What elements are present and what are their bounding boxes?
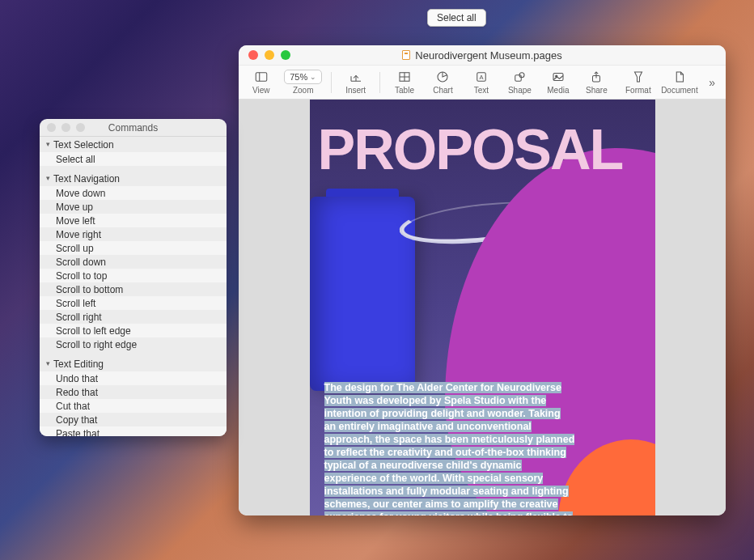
command-item[interactable]: Scroll to bottom — [40, 282, 227, 296]
sidebar-icon — [252, 70, 270, 84]
commands-title: Commands — [40, 122, 227, 134]
media-icon — [549, 70, 567, 84]
command-item[interactable]: Scroll left — [40, 296, 227, 310]
commands-titlebar: Commands — [40, 119, 227, 137]
command-item[interactable]: Copy that — [40, 413, 227, 426]
share-button[interactable]: Share — [579, 66, 614, 99]
table-button[interactable]: Table — [387, 66, 421, 99]
command-item[interactable]: Move down — [40, 186, 227, 200]
document-body-text[interactable]: The design for The Alder Center for Neur… — [324, 381, 575, 515]
chart-button[interactable]: Chart — [426, 66, 460, 99]
command-item[interactable]: Scroll down — [40, 255, 227, 269]
disclosure-triangle-icon: ▾ — [46, 174, 50, 182]
page[interactable]: PROPOSAL The design for The Alder Center… — [310, 100, 655, 515]
svg-rect-11 — [515, 75, 522, 82]
media-button[interactable]: Media — [540, 66, 575, 99]
zoom-control[interactable]: 75% ⌄ — [284, 70, 322, 84]
toolbar-overflow[interactable]: » — [703, 76, 721, 89]
decorative-blue-box — [310, 197, 415, 391]
insert-button[interactable]: Insert — [338, 66, 373, 99]
disclosure-triangle-icon: ▾ — [46, 359, 50, 367]
document-name: Neurodivergent Museum.pages — [415, 49, 561, 62]
commands-group-header[interactable]: ▾Text Selection — [40, 137, 227, 152]
shape-button[interactable]: Shape — [502, 66, 537, 99]
command-item[interactable]: Scroll up — [40, 241, 227, 255]
format-button[interactable]: Format — [621, 66, 655, 99]
toolbar-separator — [379, 72, 380, 93]
chevron-down-icon: ⌄ — [310, 73, 316, 81]
share-icon — [587, 70, 605, 84]
selected-text[interactable]: The design for The Alder Center for Neur… — [324, 382, 575, 515]
voice-command-tooltip: Select all — [427, 9, 486, 27]
command-item[interactable]: Paste that — [40, 426, 227, 436]
command-item[interactable]: Scroll to top — [40, 269, 227, 282]
commands-group-label: Text Selection — [53, 139, 114, 151]
shape-icon — [510, 70, 528, 84]
svg-text:A: A — [479, 74, 483, 81]
document-button[interactable]: Document — [659, 66, 701, 99]
command-item[interactable]: Cut that — [40, 399, 227, 413]
zoom-button[interactable]: 75% ⌄ Zoom — [282, 66, 324, 99]
document-heading[interactable]: PROPOSAL — [318, 117, 655, 182]
command-item[interactable]: Move right — [40, 227, 227, 241]
commands-window: Commands ▾Text SelectionSelect all▾Text … — [40, 119, 227, 436]
command-item[interactable]: Scroll to left edge — [40, 324, 227, 337]
command-item[interactable]: Move left — [40, 214, 227, 227]
svg-rect-0 — [256, 73, 267, 82]
commands-group-header[interactable]: ▾Text Navigation — [40, 171, 227, 186]
toolbar: View 75% ⌄ Zoom Insert Table Chart A Tex… — [239, 66, 726, 100]
titlebar: Neurodivergent Museum.pages — [239, 45, 726, 66]
commands-group-header[interactable]: ▾Text Editing — [40, 356, 227, 371]
canvas[interactable]: PROPOSAL The design for The Alder Center… — [239, 100, 726, 515]
insert-icon — [347, 70, 365, 84]
view-button[interactable]: View — [244, 66, 278, 99]
command-item[interactable]: Select all — [40, 152, 227, 166]
toolbar-separator — [331, 72, 332, 93]
disclosure-triangle-icon: ▾ — [46, 140, 50, 148]
text-icon: A — [472, 70, 490, 84]
command-item[interactable]: Move up — [40, 200, 227, 214]
pages-window: Neurodivergent Museum.pages View 75% ⌄ Z… — [239, 45, 726, 515]
format-icon — [629, 70, 647, 84]
commands-group-label: Text Editing — [53, 358, 104, 370]
command-item[interactable]: Scroll to right edge — [40, 337, 227, 351]
window-title: Neurodivergent Museum.pages — [239, 49, 726, 62]
document-icon — [402, 50, 410, 60]
command-item[interactable]: Redo that — [40, 385, 227, 399]
command-item[interactable]: Undo that — [40, 371, 227, 385]
commands-group-label: Text Navigation — [53, 173, 120, 185]
command-item[interactable]: Scroll right — [40, 310, 227, 324]
table-icon — [396, 70, 413, 84]
chart-icon — [434, 70, 451, 84]
text-button[interactable]: A Text — [464, 66, 498, 99]
document-icon — [671, 70, 688, 84]
commands-list: ▾Text SelectionSelect all▾Text Navigatio… — [40, 137, 227, 436]
